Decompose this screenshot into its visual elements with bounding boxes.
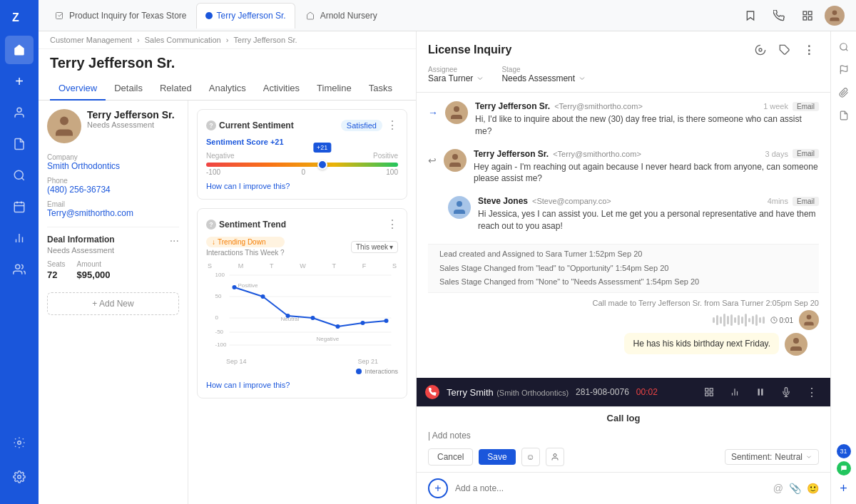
emoji-icon[interactable]: 🙂 bbox=[807, 483, 819, 494]
call-note-input[interactable] bbox=[428, 428, 819, 443]
at-icon[interactable]: @ bbox=[773, 483, 783, 494]
sentiment-score: Sentiment Score +21 bbox=[206, 138, 398, 146]
add-new-button[interactable]: + Add New bbox=[47, 292, 179, 315]
phone-label: Phone bbox=[47, 177, 179, 185]
emoji-pill-icon[interactable]: ☺ bbox=[521, 448, 540, 466]
svg-rect-4 bbox=[14, 202, 24, 212]
svg-point-35 bbox=[233, 285, 237, 289]
app-logo[interactable]: Z bbox=[8, 6, 31, 29]
chat-badge[interactable] bbox=[837, 461, 851, 475]
more-icon[interactable]: ⋮ bbox=[799, 40, 819, 60]
person-pill-icon[interactable] bbox=[546, 448, 564, 466]
right-doc-icon[interactable] bbox=[834, 106, 854, 125]
call-bars-icon[interactable] bbox=[725, 382, 745, 402]
tab-product-inquiry[interactable]: Product Inquiry for Texas Store bbox=[44, 3, 196, 29]
right-attach-icon[interactable] bbox=[834, 83, 854, 103]
calendar-badge[interactable]: 31 bbox=[837, 444, 851, 458]
call-pause-icon[interactable] bbox=[750, 382, 770, 402]
this-week-button[interactable]: This week ▾ bbox=[351, 241, 398, 253]
breadcrumb-link-cm[interactable]: Customer Management bbox=[50, 36, 132, 44]
add-note-plus-button[interactable]: + bbox=[428, 478, 448, 498]
bubble-avatar bbox=[785, 333, 807, 356]
sidebar-item-docs[interactable] bbox=[5, 130, 34, 158]
message-text-1: Hi, I'd like to inquire about the new (3… bbox=[475, 113, 819, 138]
tab-activities[interactable]: Activities bbox=[255, 77, 308, 101]
sidebar-item-gear[interactable] bbox=[5, 463, 34, 491]
message-text-2: Hey again - I'm reaching out again becau… bbox=[474, 161, 819, 185]
right-search-icon[interactable] bbox=[834, 37, 854, 57]
call-more-icon[interactable]: ⋮ bbox=[802, 382, 822, 402]
tab-related[interactable]: Related bbox=[151, 77, 200, 101]
right-panel-inner: License Inquiry ⋮ bbox=[417, 31, 856, 504]
add-note-bar: + @ 📎 🙂 bbox=[417, 472, 830, 504]
assignee-label: Assignee bbox=[428, 66, 484, 73]
bookmark-icon[interactable] bbox=[739, 4, 762, 27]
stage-select[interactable]: Needs Assessment bbox=[501, 73, 586, 83]
trend-more-icon[interactable]: ⋮ bbox=[387, 217, 398, 231]
sidebar-item-team[interactable] bbox=[5, 255, 34, 284]
incoming-arrow-icon-2: ↩ bbox=[428, 155, 437, 166]
save-button[interactable]: Save bbox=[479, 449, 515, 465]
top-right-icons bbox=[739, 4, 850, 27]
right-add-icon[interactable]: + bbox=[834, 478, 854, 498]
tab-tasks[interactable]: Tasks bbox=[360, 77, 401, 101]
call-grid-icon[interactable] bbox=[699, 382, 719, 402]
deal-seats: Seats 72 bbox=[47, 260, 66, 281]
right-flag-icon[interactable] bbox=[834, 60, 854, 80]
cancel-button[interactable]: Cancel bbox=[428, 448, 473, 466]
sentiment-selector[interactable]: Sentiment: Neutral bbox=[725, 449, 819, 465]
phone-value[interactable]: (480) 256-36734 bbox=[47, 185, 179, 195]
email-value[interactable]: Terry@smithortho.com bbox=[47, 208, 179, 218]
deal-seats-value: 72 bbox=[47, 269, 57, 280]
sentiment-improve-link[interactable]: How can I improve this? bbox=[206, 182, 398, 190]
tab-terry-jefferson[interactable]: Terry Jefferson Sr. bbox=[196, 3, 295, 29]
grid-icon[interactable] bbox=[796, 4, 819, 27]
user-avatar[interactable] bbox=[825, 6, 845, 26]
tab-arnold-nursery[interactable]: Arnold Nursery bbox=[295, 3, 387, 29]
sidebar-item-search[interactable] bbox=[5, 161, 34, 190]
tab-overview[interactable]: Overview bbox=[50, 77, 106, 101]
add-note-input[interactable] bbox=[455, 483, 766, 493]
trend-improve-link[interactable]: How can I improve this? bbox=[206, 381, 398, 389]
svg-point-37 bbox=[286, 314, 290, 318]
sidebar-item-settings-circle[interactable] bbox=[5, 428, 34, 457]
breadcrumb-link-sc[interactable]: Sales Communication bbox=[145, 36, 221, 44]
message-sender-1: Terry Jefferson Sr. bbox=[475, 101, 550, 111]
tag-icon[interactable] bbox=[775, 40, 795, 60]
message-type-2: Email bbox=[793, 149, 819, 158]
company-value[interactable]: Smith Orthodontics bbox=[47, 161, 179, 171]
call-record-avatar bbox=[799, 310, 819, 330]
refresh-icon[interactable] bbox=[750, 40, 770, 60]
sidebar-item-calendar[interactable] bbox=[5, 192, 34, 221]
sentiment-more-icon[interactable]: ⋮ bbox=[387, 118, 398, 132]
tab-details[interactable]: Details bbox=[106, 77, 151, 101]
sidebar-item-contacts[interactable] bbox=[5, 98, 34, 127]
sentiment-question-icon[interactable]: ? bbox=[206, 120, 216, 130]
sidebar-item-add[interactable]: + bbox=[5, 67, 34, 96]
call-mute-icon[interactable] bbox=[776, 382, 796, 402]
interactions-dot bbox=[356, 369, 362, 374]
deal-more-icon[interactable]: ··· bbox=[170, 235, 179, 247]
assignee-group: Assignee Sara Turner bbox=[428, 66, 484, 83]
trend-card-title: ? Sentiment Trend bbox=[206, 220, 286, 230]
call-banner-phone: 281-908-0076 bbox=[576, 387, 629, 397]
assignee-select[interactable]: Sara Turner bbox=[428, 73, 484, 83]
svg-point-21 bbox=[60, 117, 68, 125]
tab-analytics[interactable]: Analytics bbox=[200, 77, 255, 101]
deal-stats-row: Seats 72 Amount $95,000 bbox=[47, 260, 179, 281]
stage-label: Stage bbox=[501, 66, 586, 73]
contact-info-stage: Needs Assessment bbox=[87, 120, 175, 129]
tab-timeline[interactable]: Timeline bbox=[308, 77, 360, 101]
attach-icon[interactable]: 📎 bbox=[789, 483, 801, 494]
trend-question-icon[interactable]: ? bbox=[206, 220, 216, 230]
sidebar-item-home[interactable] bbox=[5, 36, 34, 64]
breadcrumb-current: Terry Jefferson Sr. bbox=[234, 36, 297, 44]
trend-badge: ↓ Trending Down bbox=[206, 237, 285, 247]
messages-area: → Terry Jefferson Sr. <Terry@smithortho.… bbox=[417, 93, 830, 378]
call-waveform bbox=[713, 313, 765, 327]
message-header-3: Steve Jones <Steve@company.co> 4mins Ema… bbox=[478, 196, 819, 206]
sidebar-item-chart[interactable] bbox=[5, 224, 34, 252]
trend-card-header: ? Sentiment Trend ⋮ bbox=[206, 217, 398, 231]
charts-col: ? Current Sentiment Satisfied ⋮ Sentimen… bbox=[188, 101, 416, 504]
phone-icon[interactable] bbox=[768, 4, 790, 27]
